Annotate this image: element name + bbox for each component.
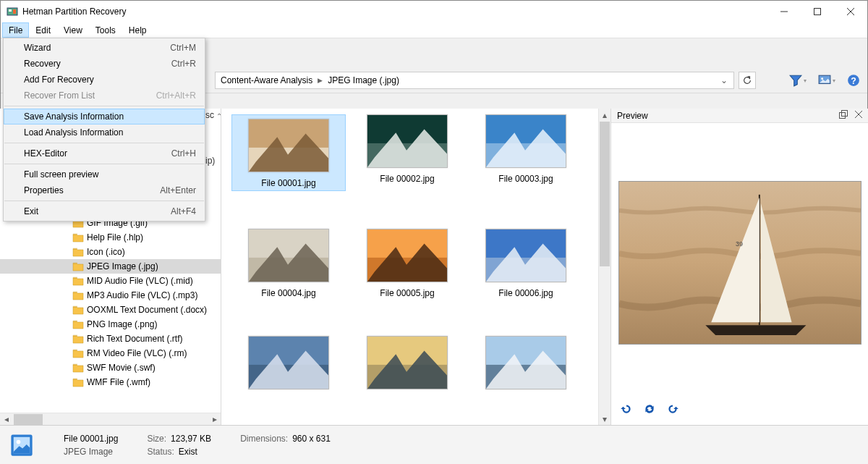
file-menu-dropdown: WizardCtrl+MRecoveryCtrl+RAdd For Recove… (3, 38, 205, 222)
thumbnail-image (367, 114, 448, 168)
breadcrumb-bar[interactable]: Content-Aware Analysis ▶ JPEG Image (.jp… (215, 72, 734, 89)
tree-item[interactable]: MID Audio File (VLC) (.mid) (0, 274, 221, 288)
thumbnail-item[interactable] (231, 336, 346, 395)
thumbnail-item[interactable] (350, 336, 464, 395)
tree-item[interactable]: JPEG Image (.jpg) (0, 259, 221, 274)
status-size-value: 123,97 KB (171, 434, 211, 444)
scrollbar-thumb[interactable] (14, 414, 43, 425)
menu-item-save-analysis-information[interactable]: Save Analysis Information (4, 109, 205, 125)
status-status-label: Status: (147, 447, 174, 457)
tree-item[interactable]: PNG Image (.png) (0, 317, 221, 332)
breadcrumb-item[interactable]: Content-Aware Analysis (218, 75, 315, 85)
menu-item-add-for-recovery[interactable]: Add For Recovery (4, 72, 205, 88)
thumbnail-caption: File 00001.jpg (261, 178, 315, 188)
close-button[interactable] (834, 1, 867, 22)
status-dimensions-value: 960 x 631 (292, 434, 331, 444)
content-pane: File 00001.jpgFile 00002.jpgFile 00003.j… (221, 109, 610, 425)
status-filetype: JPEG Image (64, 447, 118, 457)
chevron-down-icon: ▾ (804, 77, 807, 84)
menu-tools[interactable]: Tools (89, 22, 122, 38)
help-button[interactable]: ? (847, 74, 860, 87)
thumbnail-image (485, 336, 566, 389)
thumbnail-image (248, 119, 329, 172)
tree-item[interactable]: MP3 Audio File (VLC) (.mp3) (0, 288, 221, 303)
folder-icon (72, 290, 84, 300)
tree-item[interactable]: Rich Text Document (.rtf) (0, 332, 221, 346)
status-bar: File 00001.jpg JPEG Image Size:123,97 KB… (0, 425, 868, 464)
menu-file[interactable]: File (2, 22, 29, 38)
status-status-value: Exist (179, 447, 197, 457)
menu-item-load-analysis-information[interactable]: Load Analysis Information (4, 125, 205, 140)
svg-point-8 (821, 77, 823, 80)
thumbnail-image (485, 114, 566, 168)
rotate-right-button[interactable] (666, 402, 679, 418)
pop-out-icon[interactable] (839, 110, 848, 121)
tree-item[interactable]: SWF Movie (.swf) (0, 360, 221, 375)
menu-item-hex-editor[interactable]: HEX-EditorCtrl+H (4, 145, 205, 161)
folder-icon (72, 377, 84, 387)
tree-item[interactable]: RM Video File (VLC) (.rm) (0, 346, 221, 360)
status-size-label: Size: (147, 434, 166, 444)
svg-rect-30 (842, 111, 848, 117)
filter-button[interactable]: ▾ (789, 74, 807, 87)
preview-pane: Preview (610, 109, 868, 425)
tree-item[interactable]: Icon (.ico) (0, 245, 221, 259)
minimize-button[interactable] (767, 1, 801, 22)
scroll-right-icon[interactable]: ▸ (208, 413, 221, 426)
thumbnail-caption: File 00004.jpg (261, 288, 315, 298)
thumbnail-item[interactable]: File 00006.jpg (469, 229, 583, 298)
close-panel-icon[interactable] (855, 110, 862, 121)
menu-item-properties[interactable]: PropertiesAlt+Enter (4, 182, 205, 198)
scroll-down-icon[interactable]: ▾ (599, 413, 610, 425)
window-title: Hetman Partition Recovery (22, 7, 767, 17)
folder-icon (72, 305, 84, 315)
scrollbar-thumb[interactable] (600, 122, 610, 266)
tree-item[interactable]: Help File (.hlp) (0, 230, 221, 245)
thumbnail-item[interactable]: File 00004.jpg (231, 229, 346, 298)
thumbnail-caption: File 00003.jpg (498, 174, 553, 184)
refresh-button[interactable] (739, 72, 756, 89)
preview-title: Preview (617, 111, 839, 121)
rotate-left-button[interactable] (620, 402, 633, 418)
menu-item-full-screen-preview[interactable]: Full screen preview (4, 166, 205, 182)
breadcrumb-item[interactable]: JPEG Image (.jpg) (326, 75, 401, 85)
tree-item[interactable]: WMF File (.wmf) (0, 375, 221, 389)
maximize-button[interactable] (801, 1, 834, 22)
refresh-preview-button[interactable] (643, 402, 656, 418)
svg-text:?: ? (851, 76, 856, 86)
svg-rect-29 (840, 113, 846, 119)
vertical-scrollbar[interactable]: ▴ ▾ (598, 109, 610, 425)
scroll-up-icon[interactable]: ▴ (599, 109, 610, 121)
menu-item-recovery[interactable]: RecoveryCtrl+R (4, 56, 205, 72)
svg-rect-2 (13, 9, 16, 14)
thumbnail-item[interactable]: File 00003.jpg (469, 114, 583, 191)
thumbnail-caption: File 00005.jpg (380, 288, 434, 298)
breadcrumb-dropdown-icon[interactable]: ⌄ (718, 75, 731, 85)
folder-icon (72, 247, 84, 257)
thumbnail-item[interactable] (469, 336, 583, 395)
scroll-left-icon[interactable]: ◂ (0, 413, 12, 426)
thumbnail-image (367, 336, 448, 389)
horizontal-scrollbar[interactable]: ◂ ▸ (0, 413, 221, 425)
menu-item-exit[interactable]: ExitAlt+F4 (4, 203, 205, 219)
thumbnail-item[interactable]: File 00001.jpg (231, 114, 346, 191)
svg-rect-4 (814, 9, 821, 15)
folder-icon (72, 319, 84, 329)
scroll-up-icon[interactable]: ⌃ (213, 109, 221, 123)
menubar: File Edit View Tools Help (1, 22, 867, 38)
menu-view[interactable]: View (57, 22, 89, 38)
view-mode-button[interactable]: ▾ (818, 74, 835, 87)
thumbnail-item[interactable]: File 00002.jpg (350, 114, 464, 191)
menu-help[interactable]: Help (122, 22, 153, 38)
thumbnail-item[interactable]: File 00005.jpg (350, 229, 464, 298)
thumbnail-image (248, 336, 329, 389)
titlebar: Hetman Partition Recovery (1, 1, 867, 22)
chevron-down-icon: ▾ (833, 77, 835, 84)
status-dimensions-label: Dimensions: (240, 434, 288, 444)
menu-edit[interactable]: Edit (29, 22, 57, 38)
thumbnail-caption: File 00006.jpg (498, 288, 553, 298)
tree-item[interactable]: OOXML Text Document (.docx) (0, 303, 221, 317)
thumbnail-image (367, 229, 448, 282)
menu-item-wizard[interactable]: WizardCtrl+M (4, 40, 205, 56)
chevron-right-icon: ▶ (318, 77, 323, 84)
